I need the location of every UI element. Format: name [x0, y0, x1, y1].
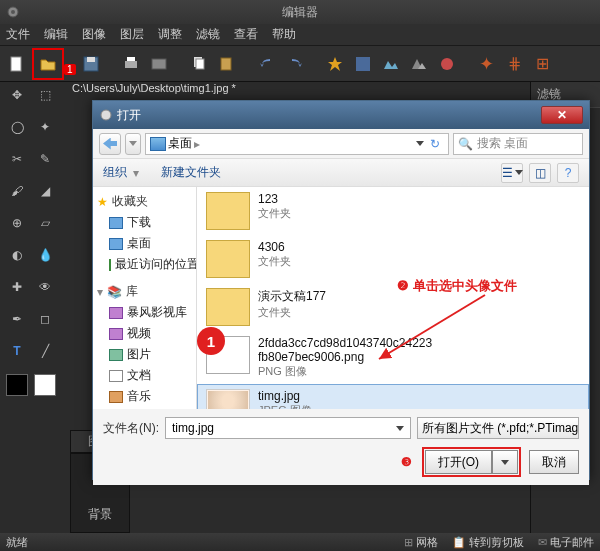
sidebar-video[interactable]: 视频	[97, 323, 192, 344]
nav-forward-button[interactable]	[125, 133, 141, 155]
tool-palette: ✥⬚ ◯✦ ✂✎ 🖌◢ ⊕▱ ◐💧 ✚👁 ✒◻ T╱	[2, 82, 64, 533]
menu-file[interactable]: 文件	[6, 26, 30, 43]
breadcrumb-dropdown[interactable]	[416, 141, 424, 146]
organize-button[interactable]: 组织	[103, 164, 127, 181]
sidebar-pictures[interactable]: 图片	[97, 344, 192, 365]
dialog-title-text: 打开	[117, 107, 141, 124]
new-file-button[interactable]	[4, 51, 30, 77]
marquee-tool[interactable]: ⬚	[34, 84, 56, 106]
stamp-tool[interactable]: ⊕	[6, 212, 28, 234]
file-item[interactable]: 4306文件夹	[197, 235, 589, 283]
scan-button[interactable]	[146, 51, 172, 77]
sidebar-recent[interactable]: 最近访问的位置	[97, 254, 192, 275]
copy-button[interactable]	[186, 51, 212, 77]
library-header[interactable]: ▾📚库	[97, 283, 192, 300]
dialog-close-button[interactable]: ✕	[541, 106, 583, 124]
image-thumbnail	[206, 389, 250, 409]
drop-tool[interactable]: 💧	[34, 244, 56, 266]
grid-btn-1[interactable]: ✦	[474, 51, 500, 77]
print-button[interactable]	[118, 51, 144, 77]
effect-button-2[interactable]	[350, 51, 376, 77]
preview-pane-button[interactable]: ◫	[529, 163, 551, 183]
redeye-tool[interactable]: 👁	[34, 276, 56, 298]
file-item-selected[interactable]: timg.jpgJPEG 图像13.8 KB	[197, 384, 589, 409]
status-grid[interactable]: ⊞网格	[404, 535, 438, 550]
favorites-header[interactable]: ★收藏夹	[97, 193, 192, 210]
menu-help[interactable]: 帮助	[272, 26, 296, 43]
wand-tool[interactable]: ✦	[34, 116, 56, 138]
sidebar-music[interactable]: 音乐	[97, 386, 192, 407]
refresh-icon[interactable]: ↻	[430, 137, 440, 151]
save-button[interactable]	[78, 51, 104, 77]
blur-tool[interactable]: ◐	[6, 244, 28, 266]
annotation-marker-1: 1	[64, 64, 76, 75]
new-folder-button[interactable]: 新建文件夹	[161, 164, 221, 181]
menu-filter[interactable]: 滤镜	[196, 26, 220, 43]
crop-tool[interactable]: ✂	[6, 148, 28, 170]
sidebar-downloads[interactable]: 下载	[97, 212, 192, 233]
help-button[interactable]: ?	[557, 163, 579, 183]
effect-button-1[interactable]	[322, 51, 348, 77]
heal-tool[interactable]: ✚	[6, 276, 28, 298]
file-item[interactable]: 2fdda3cc7cd98d1043740c24223fb80e7bec9006…	[197, 331, 589, 384]
status-email[interactable]: ✉电子邮件	[538, 535, 594, 550]
status-clipboard[interactable]: 📋转到剪切板	[452, 535, 524, 550]
document-tab[interactable]: C:\Users\July\Desktop\timg1.jpg *	[72, 82, 236, 100]
move-tool[interactable]: ✥	[6, 84, 28, 106]
sidebar-documents[interactable]: 文档	[97, 365, 192, 386]
search-icon: 🔍	[458, 137, 473, 151]
filename-input[interactable]: timg.jpg	[165, 417, 411, 439]
grid-btn-2[interactable]: ⋕	[502, 51, 528, 77]
app-titlebar: 编辑器	[0, 0, 600, 24]
search-input[interactable]: 🔍 搜索 桌面	[453, 133, 583, 155]
breadcrumb[interactable]: 桌面 ▸ ↻	[145, 133, 449, 155]
desktop-icon	[150, 137, 166, 151]
fg-color[interactable]	[6, 374, 28, 396]
text-tool[interactable]: T	[6, 340, 28, 362]
cancel-button[interactable]: 取消	[529, 450, 579, 474]
svg-rect-7	[152, 59, 166, 69]
svg-rect-9	[196, 59, 204, 69]
filetype-select[interactable]: 所有图片文件 (*.pfd;*.PTimag	[417, 417, 579, 439]
effect-button-4[interactable]	[406, 51, 432, 77]
dialog-footer: 文件名(N): timg.jpg 所有图片文件 (*.pfd;*.PTimag …	[93, 409, 589, 485]
shape-tool[interactable]: ◻	[34, 308, 56, 330]
open-dropdown[interactable]	[492, 450, 518, 474]
effect-button-3[interactable]	[378, 51, 404, 77]
paste-button[interactable]	[214, 51, 240, 77]
eraser-tool[interactable]: ▱	[34, 212, 56, 234]
redo-button[interactable]	[282, 51, 308, 77]
grid-btn-3[interactable]: ⊞	[530, 51, 556, 77]
undo-button[interactable]	[254, 51, 280, 77]
bucket-tool[interactable]: ◢	[34, 180, 56, 202]
menu-edit[interactable]: 编辑	[44, 26, 68, 43]
menu-adjust[interactable]: 调整	[158, 26, 182, 43]
brush-tool[interactable]: 🖌	[6, 180, 28, 202]
file-list[interactable]: 123文件夹 4306文件夹 演示文稿177文件夹 2fdda3cc7cd98d…	[197, 187, 589, 409]
file-item[interactable]: 演示文稿177文件夹	[197, 283, 589, 331]
open-button[interactable]: 打开(O)	[425, 450, 492, 474]
sidebar-stormvideo[interactable]: 暴风影视库	[97, 302, 192, 323]
effect-button-5[interactable]	[434, 51, 460, 77]
menu-view[interactable]: 查看	[234, 26, 258, 43]
dialog-sidebar: ★收藏夹 下载 桌面 最近访问的位置 ▾📚库 暴风影视库 视频 图片 文档 音乐…	[93, 187, 197, 409]
line-tool[interactable]: ╱	[34, 340, 56, 362]
pen-tool[interactable]: ✒	[6, 308, 28, 330]
view-mode-button[interactable]: ☰	[501, 163, 523, 183]
breadcrumb-text: 桌面	[168, 135, 192, 152]
nav-back-button[interactable]	[99, 133, 121, 155]
menu-layer[interactable]: 图层	[120, 26, 144, 43]
lasso-tool[interactable]: ◯	[6, 116, 28, 138]
status-ready: 就绪	[6, 535, 28, 550]
file-item[interactable]: 123文件夹	[197, 187, 589, 235]
menu-image[interactable]: 图像	[82, 26, 106, 43]
chevron-right-icon[interactable]: ▸	[194, 137, 200, 151]
sidebar-desktop[interactable]: 桌面	[97, 233, 192, 254]
eyedropper-tool[interactable]: ✎	[34, 148, 56, 170]
open-file-button[interactable]	[35, 51, 61, 77]
search-placeholder: 搜索 桌面	[477, 135, 528, 152]
app-title: 编辑器	[282, 4, 318, 21]
svg-marker-12	[384, 61, 398, 69]
sidebar-youku[interactable]: 优酷影视库	[97, 407, 192, 409]
bg-color[interactable]	[34, 374, 56, 396]
